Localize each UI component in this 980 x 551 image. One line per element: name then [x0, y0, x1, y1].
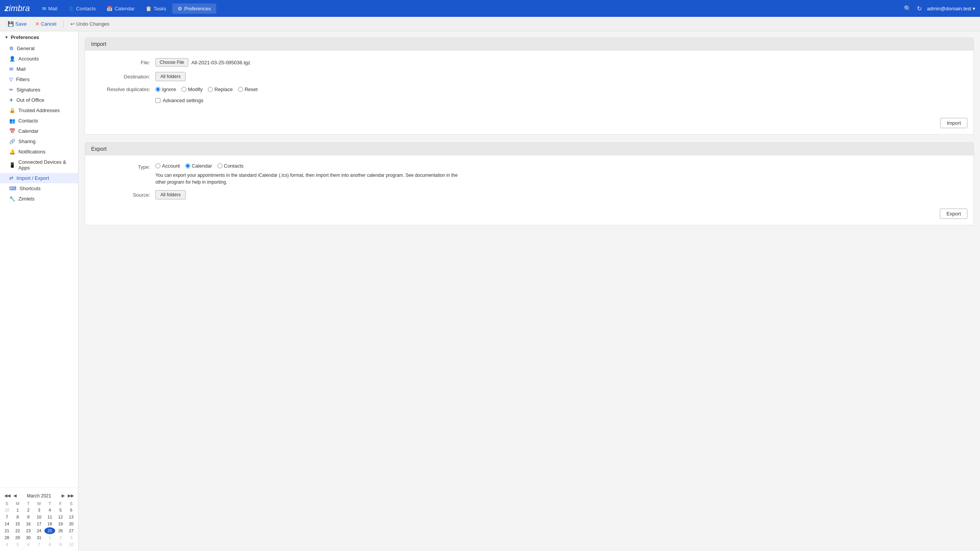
sidebar-item-out-of-office[interactable]: ✈ Out of Office [0, 95, 78, 105]
nav-mail[interactable]: ✉ Mail [38, 3, 62, 14]
calendar-day[interactable]: 24 [34, 527, 44, 534]
choose-file-button[interactable]: Choose File [155, 58, 188, 67]
calendar-day[interactable]: 5 [55, 507, 66, 514]
nav-calendar[interactable]: 📅 Calendar [102, 3, 139, 14]
advanced-settings-checkbox-label[interactable]: Advanced settings [155, 98, 203, 103]
sidebar-section-header[interactable]: ▼ Preferences [0, 31, 78, 43]
cal-first-prev[interactable]: ◀◀ [3, 492, 11, 499]
sidebar-item-accounts[interactable]: 👤 Accounts [0, 54, 78, 64]
calendar-day[interactable]: 21 [2, 527, 12, 534]
cancel-button[interactable]: ✕ Cancel [31, 20, 60, 28]
calendar-day[interactable]: 3 [34, 507, 44, 514]
search-button[interactable]: 🔍 [904, 5, 911, 12]
calendar-day[interactable]: 30 [23, 534, 34, 541]
cal-last-next[interactable]: ▶▶ [67, 492, 75, 499]
calendar-day[interactable]: 8 [12, 514, 23, 520]
calendar-day[interactable]: 7 [2, 514, 12, 520]
import-section: Import File: Choose File All-2021-03-25-… [85, 37, 974, 135]
undo-icon: ↩ [70, 21, 75, 27]
sidebar-item-zimlets[interactable]: 🔧 Zimlets [0, 194, 78, 204]
calendar-icon: 📅 [106, 6, 113, 11]
refresh-button[interactable]: ↻ [917, 5, 922, 12]
destination-btn[interactable]: All folders [155, 72, 186, 81]
calendar-day[interactable]: 10 [34, 514, 44, 520]
calendar-day[interactable]: 22 [12, 527, 23, 534]
type-calendar[interactable]: Calendar [185, 163, 212, 169]
sidebar-item-shortcuts[interactable]: ⌨ Shortcuts [0, 183, 78, 194]
radio-modify-input[interactable] [181, 87, 186, 92]
sidebar-item-connected-devices[interactable]: 📱 Connected Devices & Apps [0, 157, 78, 173]
cal-next[interactable]: ▶ [60, 492, 66, 499]
calendar-day[interactable]: 2 [55, 534, 66, 541]
calendar-day[interactable]: 20 [66, 520, 77, 527]
calendar-day[interactable]: 10 [66, 541, 77, 548]
sidebar-item-trusted-addresses[interactable]: 🔒 Trusted Addresses [0, 105, 78, 116]
calendar-day[interactable]: 6 [23, 541, 34, 548]
calendar-day[interactable]: 9 [23, 514, 34, 520]
sidebar-item-sharing[interactable]: 🔗 Sharing [0, 136, 78, 147]
radio-ignore-input[interactable] [155, 87, 160, 92]
calendar-day[interactable]: 17 [34, 520, 44, 527]
radio-replace[interactable]: Replace [208, 86, 233, 92]
radio-ignore[interactable]: Ignore [155, 86, 176, 92]
cal-prev[interactable]: ◀ [12, 492, 18, 499]
sidebar-item-contacts[interactable]: 👥 Contacts [0, 116, 78, 126]
export-description: You can export your appointments in the … [155, 172, 462, 186]
type-contacts[interactable]: Contacts [217, 163, 243, 169]
calendar-day[interactable]: 9 [55, 541, 66, 548]
calendar-day[interactable]: 19 [55, 520, 66, 527]
sidebar-item-notifications[interactable]: 🔔 Notifications [0, 147, 78, 157]
save-button[interactable]: 💾 Save [4, 20, 31, 28]
radio-replace-input[interactable] [208, 87, 213, 92]
sidebar-item-import-export[interactable]: ⇄ Import / Export [0, 173, 78, 183]
calendar-day[interactable]: 29 [12, 534, 23, 541]
radio-modify[interactable]: Modify [181, 86, 203, 92]
calendar-day[interactable]: 13 [66, 514, 77, 520]
type-account-input[interactable] [155, 163, 160, 168]
nav-preferences[interactable]: ⚙ Preferences [172, 3, 216, 14]
radio-reset-input[interactable] [238, 87, 243, 92]
calendar-day[interactable]: 1 [12, 507, 23, 514]
sidebar-item-filters[interactable]: ▽ Filters [0, 74, 78, 85]
calendar-day[interactable]: 16 [23, 520, 34, 527]
calendar-day[interactable]: 14 [2, 520, 12, 527]
export-section: Export Type: Account C [85, 142, 974, 225]
type-account[interactable]: Account [155, 163, 180, 169]
nav-contacts[interactable]: 👤 Contacts [64, 3, 100, 14]
sidebar-item-mail[interactable]: ✉ Mail [0, 64, 78, 74]
calendar-day[interactable]: 8 [44, 541, 55, 548]
calendar-day[interactable]: 3 [66, 534, 77, 541]
nav-mail-label: Mail [48, 6, 57, 11]
sidebar-item-general[interactable]: ⚙ General [0, 43, 78, 54]
import-button[interactable]: Import [940, 118, 967, 128]
calendar-day[interactable]: 26 [55, 527, 66, 534]
calendar-day[interactable]: 31 [34, 534, 44, 541]
advanced-settings-checkbox[interactable] [155, 98, 160, 103]
type-contacts-input[interactable] [217, 163, 222, 168]
undo-button[interactable]: ↩ Undo Changes [67, 20, 113, 28]
calendar-day[interactable]: 7 [34, 541, 44, 548]
calendar-day[interactable]: 12 [55, 514, 66, 520]
type-calendar-input[interactable] [185, 163, 190, 168]
calendar-day[interactable]: 18 [44, 520, 55, 527]
calendar-day[interactable]: 4 [2, 541, 12, 548]
calendar-day[interactable]: 23 [23, 527, 34, 534]
radio-reset[interactable]: Reset [238, 86, 258, 92]
calendar-day[interactable]: 11 [44, 514, 55, 520]
calendar-day[interactable]: 2 [23, 507, 34, 514]
calendar-day[interactable]: 25 [44, 527, 55, 534]
calendar-day[interactable]: 6 [66, 507, 77, 514]
calendar-day[interactable]: 15 [12, 520, 23, 527]
source-btn[interactable]: All folders [155, 190, 186, 199]
sidebar-item-signatures[interactable]: ✏ Signatures [0, 85, 78, 95]
export-button[interactable]: Export [940, 209, 967, 219]
user-menu[interactable]: admin@domain.test ▾ [927, 6, 975, 11]
calendar-day[interactable]: 1 [44, 534, 55, 541]
calendar-day[interactable]: 28 [2, 507, 12, 514]
calendar-day[interactable]: 27 [66, 527, 77, 534]
nav-tasks[interactable]: 📋 Tasks [141, 3, 171, 14]
sidebar-item-calendar[interactable]: 📅 Calendar [0, 126, 78, 136]
calendar-day[interactable]: 5 [12, 541, 23, 548]
calendar-day[interactable]: 4 [44, 507, 55, 514]
calendar-day[interactable]: 28 [2, 534, 12, 541]
